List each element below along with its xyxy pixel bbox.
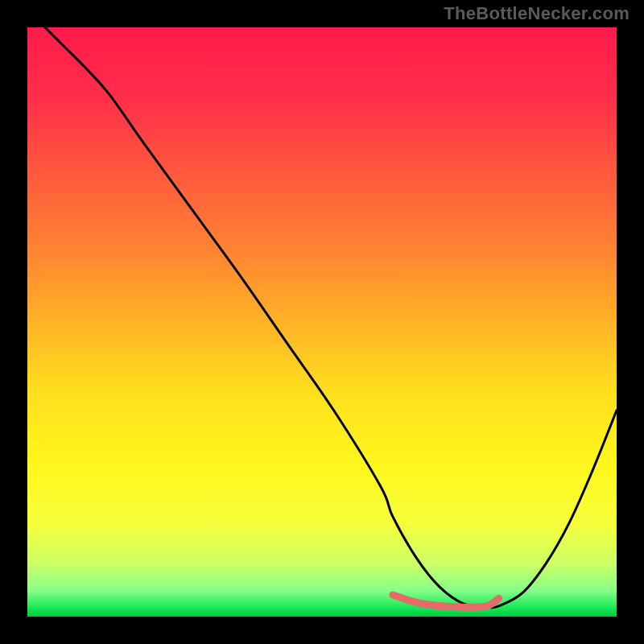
bottleneck-chart xyxy=(27,27,617,617)
plot-area xyxy=(27,27,617,617)
watermark-text: TheBottleNecker.com xyxy=(444,3,630,24)
chart-container: TheBottleNecker.com xyxy=(0,0,644,644)
chart-gradient-background xyxy=(27,27,617,617)
